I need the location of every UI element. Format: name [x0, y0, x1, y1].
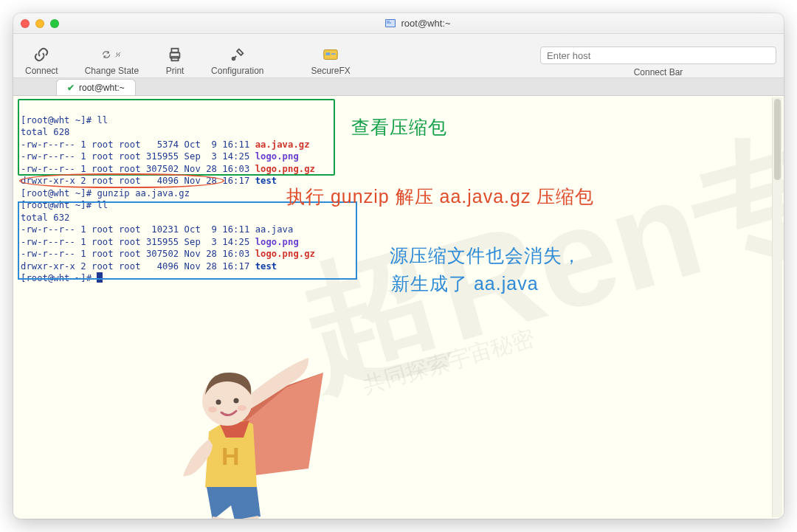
terminal-icon [384, 18, 396, 30]
securefx-button[interactable]: SecureFX [306, 44, 354, 77]
file-gz: logo.png.gz [255, 249, 315, 259]
change-state-button[interactable]: Change State [80, 44, 143, 77]
host-input[interactable] [540, 46, 776, 64]
annotation-text-blue-2: 新生成了 aa.java [391, 272, 539, 296]
toolbar: Connect Change State Print Configura [13, 34, 784, 78]
refresh-icon [102, 45, 121, 64]
link-icon [32, 45, 51, 64]
tab-label: root@wht:~ [79, 83, 125, 93]
toolbar-label: Connect [25, 66, 58, 76]
svg-rect-8 [326, 52, 331, 55]
annotation-text-blue-1: 源压缩文件也会消失， [390, 243, 582, 268]
file-png: logo.png [255, 151, 299, 162]
terminal-pane[interactable]: 超Ren专属 共同探索宇宙秘密 [root@wht ~]# ll total 6… [13, 96, 784, 519]
svg-point-15 [208, 407, 217, 412]
svg-point-13 [216, 400, 221, 405]
titlebar: root@wht:~ [13, 13, 784, 34]
list-row: -rw-r--r-- 1 root root 307502 Nov 28 16:… [21, 164, 255, 174]
list-row: -rw-r--r-- 1 root root 315955 Sep 3 14:2… [21, 237, 255, 247]
list-row: -rw-r--r-- 1 root root 10231 Oct 9 16:11 [21, 224, 255, 235]
svg-text:H: H [221, 442, 240, 470]
session-tab[interactable]: ✔ root@wht:~ [56, 79, 136, 95]
file-png: logo.png [255, 237, 299, 247]
dir-test: test [255, 176, 277, 186]
print-button[interactable]: Print [161, 44, 189, 77]
command-ll: ll [97, 115, 108, 125]
list-row: drwxr-xr-x 2 root root 4096 Nov 28 16:17 [21, 261, 255, 272]
toolbar-label: SecureFX [311, 66, 350, 76]
minimize-icon[interactable] [35, 19, 44, 28]
connect-bar-label: Connect Bar [634, 67, 683, 77]
toolbar-label: Change State [85, 66, 139, 76]
zoom-icon[interactable] [50, 19, 59, 28]
securefx-icon [321, 45, 340, 64]
hero-illustration: H [139, 343, 331, 519]
file-gz: aa.java.gz [255, 139, 310, 150]
traffic-lights [21, 19, 59, 28]
window-title: root@wht:~ [401, 18, 450, 29]
printer-icon [165, 45, 184, 64]
list-row: -rw-r--r-- 1 root root 5374 Oct 9 16:11 [21, 139, 255, 150]
prompt: [root@wht ~]# [21, 200, 97, 210]
annotation-text-red: 执行 gunzip 解压 aa.java.gz 压缩包 [286, 184, 594, 209]
toolbar-label: Print [166, 66, 184, 76]
list-row: -rw-r--r-- 1 root root 315955 Sep 3 14:2… [21, 151, 255, 162]
tools-icon [228, 45, 247, 64]
file-gz: logo.png.gz [255, 164, 315, 174]
vertical-scrollbar[interactable] [772, 97, 782, 517]
total-line: total 628 [21, 127, 70, 137]
annotation-text-green: 查看压缩包 [351, 115, 447, 139]
tab-strip: ✔ root@wht:~ [13, 78, 784, 96]
watermark-small: 共同探索宇宙秘密 [359, 323, 538, 401]
prompt: [root@wht ~]# [21, 188, 97, 198]
close-icon[interactable] [21, 19, 30, 28]
svg-rect-4 [172, 49, 179, 53]
command-gunzip: gunzip aa.java.gz [97, 188, 190, 198]
svg-line-2 [115, 52, 120, 58]
toolbar-label: Configuration [211, 66, 263, 76]
check-icon: ✔ [67, 83, 75, 93]
file-java: aa.java [255, 224, 294, 235]
list-row: -rw-r--r-- 1 root root 307502 Nov 28 16:… [21, 249, 255, 259]
cursor [97, 272, 103, 283]
command-ll: ll [97, 200, 108, 210]
connect-button[interactable]: Connect [21, 44, 63, 77]
svg-point-16 [238, 405, 246, 411]
scrollbar-thumb[interactable] [774, 99, 781, 180]
total-line: total 632 [21, 213, 70, 223]
dir-test: test [255, 261, 277, 272]
prompt: [root@wht ~]# [21, 115, 97, 125]
svg-point-14 [234, 398, 239, 404]
list-row: drwxr-xr-x 2 root root 4096 Nov 28 16:17 [21, 176, 255, 186]
app-window: root@wht:~ Connect Change State [13, 13, 784, 519]
configuration-button[interactable]: Configuration [207, 44, 268, 77]
prompt: [root@wht ~]# [21, 273, 97, 283]
svg-point-12 [202, 376, 252, 426]
